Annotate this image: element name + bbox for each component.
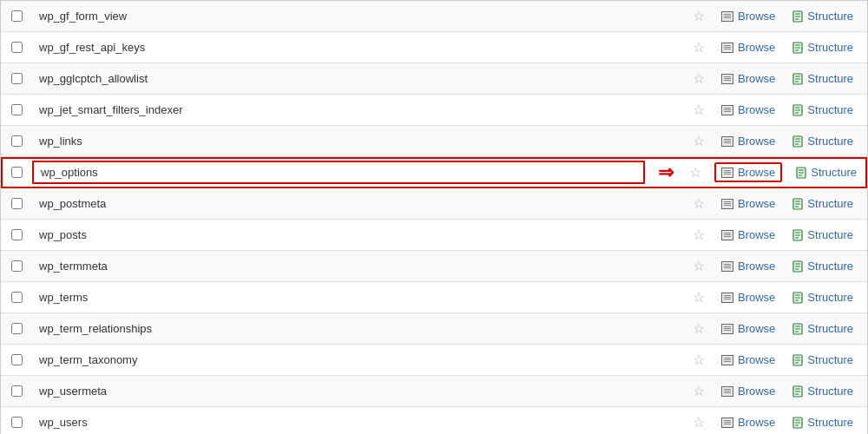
arrow-icon: ⇒ (658, 161, 674, 184)
row-checkbox[interactable] (11, 292, 23, 303)
row-checkbox[interactable] (11, 323, 23, 334)
row-checkbox[interactable] (11, 10, 23, 22)
star-col: ☆ (687, 383, 711, 399)
structure-icon (792, 323, 803, 335)
star-icon[interactable]: ☆ (693, 320, 705, 337)
star-icon[interactable]: ☆ (693, 227, 705, 243)
structure-label: Structure (807, 10, 853, 23)
browse-button[interactable]: Browse (718, 102, 779, 118)
browse-icon (721, 293, 733, 303)
star-icon[interactable]: ☆ (689, 164, 701, 181)
browse-button[interactable]: Browse (718, 414, 779, 431)
star-icon[interactable]: ☆ (693, 70, 705, 87)
structure-button[interactable]: Structure (789, 227, 857, 243)
star-icon[interactable]: ☆ (693, 352, 705, 368)
structure-button[interactable]: Structure (789, 102, 857, 118)
browse-button[interactable]: Browse (718, 227, 779, 243)
actions-col: Browse Structure (711, 98, 867, 122)
browse-button[interactable]: Browse (718, 8, 779, 24)
table-row: wp_gf_rest_api_keys☆Browse Structure (1, 32, 867, 63)
structure-label: Structure (807, 385, 853, 398)
structure-button[interactable]: Structure (789, 352, 857, 368)
browse-button[interactable]: Browse (718, 320, 779, 337)
browse-icon (721, 355, 733, 365)
star-icon[interactable]: ☆ (693, 289, 705, 306)
row-checkbox[interactable] (11, 354, 23, 365)
table-row: wp_terms☆Browse Structure (1, 282, 867, 313)
structure-button[interactable]: Structure (792, 164, 860, 181)
structure-button[interactable]: Structure (789, 39, 857, 56)
row-checkbox[interactable] (11, 73, 23, 84)
structure-button[interactable]: Structure (789, 8, 857, 24)
star-icon[interactable]: ☆ (693, 258, 705, 274)
row-checkbox[interactable] (11, 104, 23, 115)
browse-icon (721, 324, 733, 334)
structure-icon (792, 42, 803, 54)
structure-icon (792, 260, 803, 273)
browse-button[interactable]: Browse (718, 352, 779, 368)
browse-label: Browse (738, 10, 775, 23)
table-row: wp_options⇒☆Browse Structure (1, 157, 867, 188)
browse-label: Browse (738, 72, 775, 85)
actions-col: Browse Structure (711, 36, 867, 59)
row-checkbox[interactable] (11, 198, 23, 209)
table-name: wp_links (32, 129, 652, 153)
browse-button[interactable]: Browse (718, 383, 779, 399)
browse-button[interactable]: Browse (718, 258, 779, 274)
row-checkbox[interactable] (11, 42, 23, 53)
row-checkbox[interactable] (11, 417, 23, 428)
star-icon[interactable]: ☆ (693, 195, 705, 212)
star-icon[interactable]: ☆ (693, 39, 705, 56)
table-name: wp_term_taxonomy (32, 348, 652, 372)
structure-button[interactable]: Structure (789, 320, 857, 337)
browse-button[interactable]: Browse (714, 162, 782, 182)
browse-button[interactable]: Browse (718, 289, 779, 306)
row-checkbox[interactable] (11, 385, 23, 397)
structure-button[interactable]: Structure (789, 258, 857, 274)
structure-icon (792, 417, 803, 429)
row-checkbox[interactable] (11, 229, 23, 240)
actions-col: Browse Structure (711, 254, 867, 278)
table-row: wp_term_relationships☆Browse Structure (1, 313, 867, 345)
star-icon[interactable]: ☆ (693, 8, 705, 24)
structure-label: Structure (807, 41, 853, 54)
structure-button[interactable]: Structure (789, 70, 857, 87)
structure-icon (792, 229, 803, 241)
row-checkbox[interactable] (11, 167, 23, 178)
table-name: wp_users (32, 411, 652, 434)
browse-label: Browse (738, 291, 775, 304)
table-row: wp_postmeta☆Browse Structure (1, 188, 867, 220)
browse-icon (721, 199, 733, 209)
browse-label: Browse (738, 353, 775, 366)
browse-button[interactable]: Browse (718, 39, 779, 56)
browse-button[interactable]: Browse (718, 70, 779, 87)
actions-col: Browse Structure (711, 411, 867, 434)
structure-button[interactable]: Structure (789, 133, 857, 149)
star-icon[interactable]: ☆ (693, 383, 705, 399)
structure-button[interactable]: Structure (789, 414, 857, 431)
star-icon[interactable]: ☆ (693, 133, 705, 149)
browse-button[interactable]: Browse (718, 133, 779, 149)
structure-button[interactable]: Structure (789, 289, 857, 306)
structure-button[interactable]: Structure (789, 195, 857, 212)
row-checkbox[interactable] (11, 260, 23, 272)
table-name: wp_termmeta (32, 254, 652, 278)
browse-icon (721, 105, 733, 115)
star-col: ☆ (687, 258, 711, 274)
star-col: ☆ (687, 133, 711, 149)
browse-button[interactable]: Browse (718, 195, 779, 212)
table-row: wp_links☆Browse Structure (1, 126, 867, 157)
structure-icon (796, 167, 806, 179)
table-name: wp_terms (32, 286, 652, 309)
row-checkbox-col (1, 99, 32, 121)
browse-label: Browse (738, 135, 775, 148)
row-checkbox[interactable] (11, 135, 23, 147)
browse-icon (721, 230, 733, 240)
structure-button[interactable]: Structure (789, 383, 857, 399)
row-arrow: ⇒ (648, 161, 683, 184)
star-icon[interactable]: ☆ (693, 414, 705, 431)
star-icon[interactable]: ☆ (693, 102, 705, 118)
row-checkbox-col (1, 193, 32, 214)
browse-label: Browse (738, 41, 775, 54)
table-name: wp_posts (32, 223, 652, 247)
